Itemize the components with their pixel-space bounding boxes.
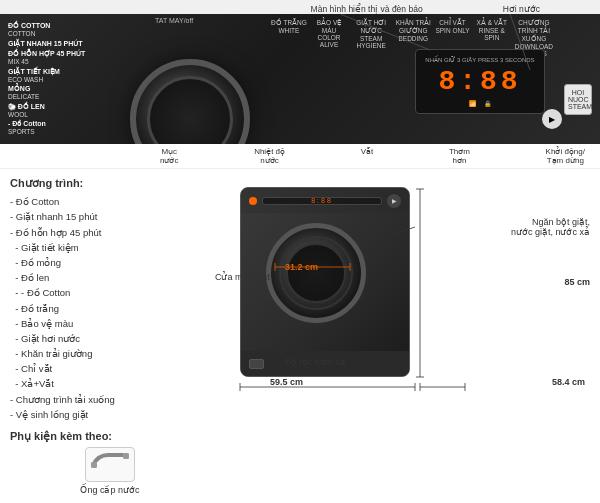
prog-item-trang: - Đồ trắng <box>10 301 210 316</box>
prog-trang: ĐỒ TRẮNGWHITE <box>271 19 307 57</box>
prog-item-the-thao: - - Đồ Cotton <box>10 285 210 300</box>
machine-body: 8:88 ▶ <box>240 187 410 377</box>
prog-item-bao-ve: - Bảo vệ màu <box>10 316 210 331</box>
panel-program-labels: ĐỒ COTTONCOTTON GIẶT NHANH 15 PHÚT ĐỒ HỖ… <box>8 22 85 135</box>
display-numbers: 8:88 <box>438 66 521 97</box>
detergent-arrow <box>395 222 415 237</box>
bottom-callout-bar: Mụcnước Nhiệt độnước Vắt Thơmhơn Khởi độ… <box>0 144 600 169</box>
prog-item-xa-vat: - Xả+Vắt <box>10 376 210 391</box>
water-hose-svg <box>88 450 133 480</box>
svg-line-11 <box>395 227 415 234</box>
play-pause-button[interactable]: ▶ <box>542 109 562 129</box>
prog-item-khan: - Khăn trải giường <box>10 346 210 361</box>
dim-width: 59.5 cm <box>270 377 303 387</box>
prog-item-cotton: - Đồ Cotton <box>10 194 210 209</box>
prog-bao-ve: BẢO VỆ MÀUCOLOR ALIVE <box>309 19 349 57</box>
dim-depth: 58.4 cm <box>552 377 585 387</box>
prog-item-chi-vat: - Chỉ vắt <box>10 361 210 376</box>
callout-muc-nuoc: Mụcnước <box>160 147 178 165</box>
prog-item-nhanh: - Giặt nhanh 15 phút <box>10 209 210 224</box>
top-section: Màn hình hiển thị và đèn báo Hơi nước TA… <box>0 0 600 144</box>
prog-item-mong: - Đồ mỏng <box>10 255 210 270</box>
detergent-label: Ngăn bột giặt,nước giặt, nước xả <box>470 217 590 237</box>
prog-mong: MỎNGDELICATE <box>8 85 85 100</box>
callout-vat: Vắt <box>361 147 374 165</box>
hoi-nuoc-button[interactable]: HOI NUOCSTEAM <box>564 84 592 115</box>
prog-item-len: - Đồ len <box>10 270 210 285</box>
panel-image: TAT MAY/off ĐỒ COTTONCOTTON GIẶT NHANH 1… <box>0 14 600 144</box>
main-container: Màn hình hiển thị và đèn báo Hơi nước TA… <box>0 0 600 503</box>
filter-door <box>249 359 264 369</box>
prog-len: 🐑 ĐỒ LENWOOL <box>8 103 85 118</box>
callout-hoi-nuoc-top: Hơi nước <box>503 4 540 14</box>
door-label: Cửa máy giặt <box>215 272 270 282</box>
display-panel: NHẤN GIỮ 3 GIÂY PRESS 3 SECONDS 8:88 📶 🔒 <box>415 49 545 114</box>
water-hose-image <box>85 447 135 482</box>
program-title: Chương trình: <box>10 177 210 190</box>
power-indicator <box>249 197 257 205</box>
accessory-water-hose: Ống cấp nước <box>10 447 210 495</box>
wifi-icon: 📶 <box>469 100 476 107</box>
prog-item-ve-sinh: - Vệ sinh lồng giặt <box>10 407 210 422</box>
callout-khoi-dong: Khởi động/Tạm dừng <box>546 147 585 165</box>
mini-display: 8:88 <box>311 197 333 204</box>
prog-item-hon-hop: - Đồ hỗn hợp 45 phút <box>10 225 210 240</box>
program-list: - Đồ Cotton - Giặt nhanh 15 phút - Đồ hỗ… <box>10 194 210 422</box>
play-pause-icon: ▶ <box>549 115 555 124</box>
prog-item-tai-xuong: - Chương trình tải xuống <box>10 392 210 407</box>
tatmay-label: TAT MAY/off <box>155 17 193 24</box>
water-hose-label: Ống cấp nước <box>80 485 139 495</box>
prog-tiet-kiem: GIẶT TIẾT KIỆMECO WASH <box>8 68 85 83</box>
filter-label: Bộ lọc bơm xả <box>285 357 346 367</box>
prog-item-hoi-nuoc: - Giặt hơi nước <box>10 331 210 346</box>
prog-cotton: ĐỒ COTTONCOTTON <box>8 22 85 37</box>
drum-knob[interactable] <box>130 59 250 144</box>
machine-image-area: 8:88 ▶ <box>220 177 590 407</box>
start-button-machine[interactable]: ▶ <box>387 194 401 208</box>
prog-hon-hop: ĐỒ HỖN HỢP 45 PHÚTMIX 45 <box>8 50 85 65</box>
prog-hoi-nuoc: GIẶT HƠI NƯỚCSTEAM HYGIENE <box>351 19 391 57</box>
bottom-section: Chương trình: - Đồ Cotton - Giặt nhanh 1… <box>0 169 600 503</box>
lock-icon: 🔒 <box>484 100 491 107</box>
prog-the-thao: - Đồ CottonSPORTS <box>8 120 85 135</box>
svg-point-10 <box>123 453 129 459</box>
prog-giat-nhanh: GIẶT NHANH 15 PHÚT <box>8 40 85 48</box>
prog-item-tiet-kiem: - Giặt tiết kiệm <box>10 240 210 255</box>
drum-measurement: 31.2 cm <box>285 262 318 272</box>
machine-door <box>266 223 366 323</box>
dim-height: 85 cm <box>564 277 590 287</box>
callout-thom-hon: Thơmhơn <box>449 147 470 165</box>
press-seconds-label: NHẤN GIỮ 3 GIÂY PRESS 3 SECONDS <box>425 56 534 63</box>
svg-point-9 <box>91 462 97 468</box>
accessories-title: Phụ kiện kèm theo: <box>10 430 210 443</box>
accessories-section: Phụ kiện kèm theo: Ống cấp nước <box>10 430 210 495</box>
callout-man-hinh: Màn hình hiển thị và đèn báo <box>311 4 423 14</box>
callout-nhiet-do: Nhiệt độnước <box>254 147 285 165</box>
right-column: 8:88 ▶ <box>220 177 590 495</box>
left-column: Chương trình: - Đồ Cotton - Giặt nhanh 1… <box>10 177 210 495</box>
